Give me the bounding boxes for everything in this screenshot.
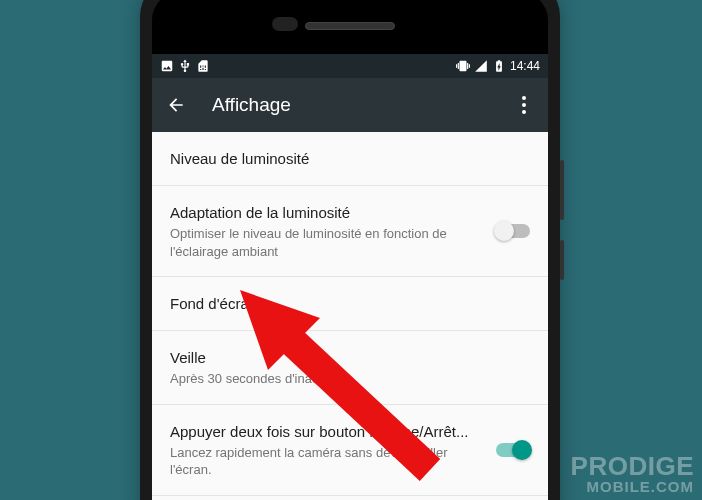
- double-tap-power-item[interactable]: Appuyer deux fois sur bouton Marche/Arrê…: [152, 405, 548, 496]
- double-tap-power-toggle[interactable]: [496, 443, 530, 457]
- app-bar-title: Affichage: [212, 94, 488, 116]
- status-right-icons: 14:44: [456, 59, 540, 73]
- sim-icon: [196, 59, 210, 73]
- image-icon: [160, 59, 174, 73]
- more-options-icon[interactable]: [514, 96, 534, 114]
- usb-icon: [178, 59, 192, 73]
- item-title: Adaptation de la luminosité: [170, 202, 484, 223]
- phone-frame: 14:44 Affichage Niveau de luminosité: [140, 0, 560, 500]
- watermark: PRODIGE MOBILE.COM: [571, 453, 694, 494]
- sleep-item[interactable]: Veille Après 30 secondes d'inactivité: [152, 331, 548, 405]
- item-title: Appuyer deux fois sur bouton Marche/Arrê…: [170, 421, 484, 442]
- brightness-level-item[interactable]: Niveau de luminosité: [152, 132, 548, 186]
- item-title: Veille: [170, 347, 530, 368]
- status-bar: 14:44: [152, 54, 548, 78]
- item-title: Niveau de luminosité: [170, 148, 530, 169]
- adaptive-brightness-toggle[interactable]: [496, 224, 530, 238]
- battery-charging-icon: [492, 59, 506, 73]
- vibrate-icon: [456, 59, 470, 73]
- back-arrow-icon[interactable]: [166, 95, 186, 115]
- item-subtitle: Lancez rapidement la caméra sans déverro…: [170, 444, 484, 479]
- item-title: Fond d'écran: [170, 293, 530, 314]
- settings-list: Niveau de luminosité Adaptation de la lu…: [152, 132, 548, 496]
- volume-button: [560, 160, 564, 220]
- watermark-line1: PRODIGE: [571, 453, 694, 479]
- status-time: 14:44: [510, 59, 540, 73]
- wallpaper-item[interactable]: Fond d'écran: [152, 277, 548, 331]
- proximity-sensor: [272, 17, 298, 31]
- earpiece-speaker: [305, 22, 395, 30]
- power-button: [560, 240, 564, 280]
- signal-icon: [474, 59, 488, 73]
- adaptive-brightness-item[interactable]: Adaptation de la luminosité Optimiser le…: [152, 186, 548, 277]
- item-subtitle: Optimiser le niveau de luminosité en fon…: [170, 225, 484, 260]
- app-bar: Affichage: [152, 78, 548, 132]
- item-subtitle: Après 30 secondes d'inactivité: [170, 370, 530, 388]
- status-left-icons: [160, 59, 210, 73]
- phone-screen: 14:44 Affichage Niveau de luminosité: [152, 54, 548, 500]
- phone-bezel: 14:44 Affichage Niveau de luminosité: [152, 0, 548, 500]
- watermark-line2: MOBILE.COM: [571, 479, 694, 494]
